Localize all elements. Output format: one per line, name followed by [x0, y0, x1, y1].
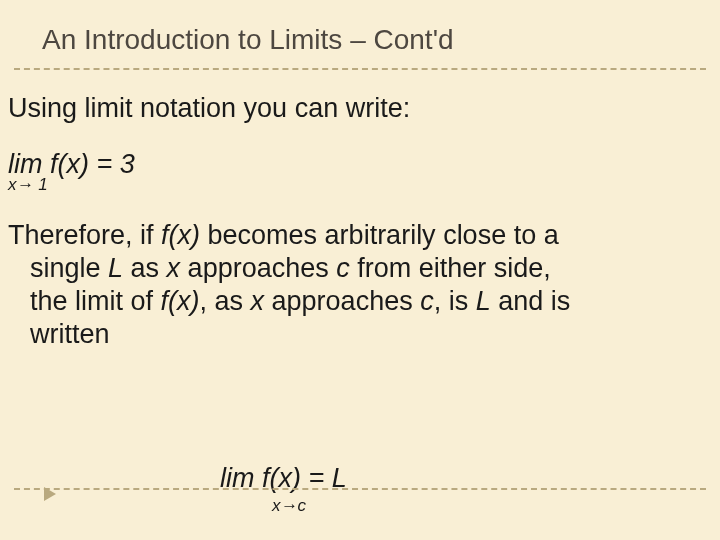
equation-1: lim f(x) = 3 x→ 1 — [8, 151, 712, 193]
paragraph-2: Therefore, if f(x) becomes arbitrarily c… — [8, 219, 712, 351]
svg-marker-0 — [44, 487, 56, 501]
slide-body: Using limit notation you can write: lim … — [8, 92, 712, 351]
divider-top — [14, 68, 706, 70]
footer-row — [0, 488, 720, 518]
bullet-triangle-icon — [44, 487, 58, 501]
slide: An Introduction to Limits – Cont'd Using… — [0, 0, 720, 540]
paragraph-1: Using limit notation you can write: — [8, 92, 712, 125]
divider-bottom — [14, 488, 706, 490]
slide-title: An Introduction to Limits – Cont'd — [42, 24, 454, 56]
